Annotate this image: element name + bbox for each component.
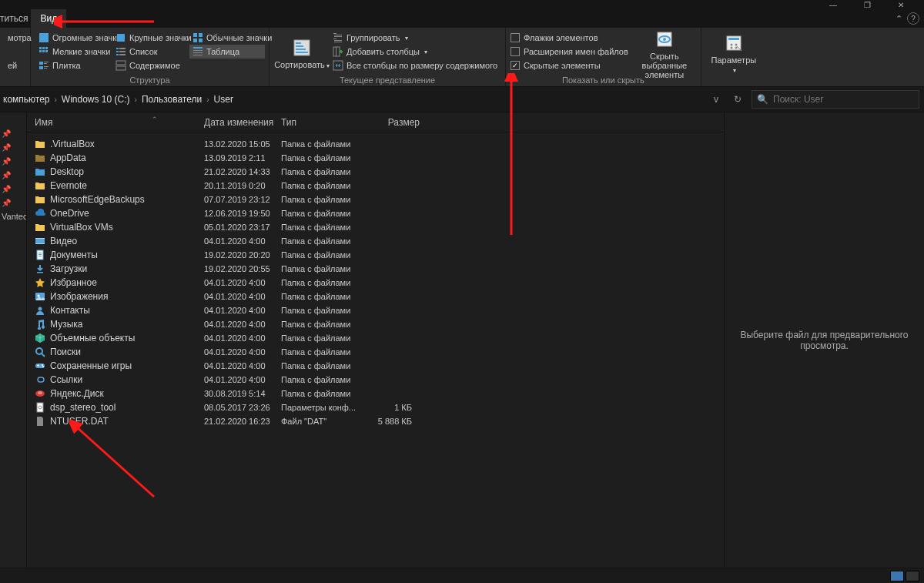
- add-columns-button[interactable]: Добавить столбцы▾: [330, 45, 500, 59]
- breadcrumb-seg-drive[interactable]: Windows 10 (C:): [59, 94, 133, 105]
- file-row[interactable]: Документы19.02.2020 20:20Папка с файлами: [27, 248, 724, 262]
- sidebar-pin[interactable]: 📌: [0, 168, 26, 182]
- preview-placeholder: Выберите файл для предварительного просм…: [740, 330, 909, 351]
- column-name[interactable]: Имя ⌃: [35, 117, 204, 128]
- file-row[interactable]: VirtualBox VMs05.01.2020 23:17Папка с фа…: [27, 220, 724, 234]
- column-date[interactable]: Дата изменения: [204, 117, 281, 128]
- file-row[interactable]: Поиски04.01.2020 4:00Папка с файлами: [27, 345, 724, 359]
- checkbox-item-flags[interactable]: Флажки элементов: [511, 31, 628, 45]
- file-row[interactable]: .VirtualBox13.02.2020 15:05Папка с файла…: [27, 137, 724, 151]
- svg-rect-27: [44, 68, 47, 69]
- sidebar-pin[interactable]: 📌: [0, 154, 26, 168]
- ribbon-tabs: титься Вид ⌃ ?: [0, 9, 924, 28]
- file-row[interactable]: Видео04.01.2020 4:00Папка с файлами: [27, 234, 724, 248]
- file-date: 04.01.2020 4:00: [204, 278, 281, 287]
- breadcrumb-seg-user[interactable]: User: [211, 94, 236, 105]
- sidebar-pin[interactable]: 📌: [0, 196, 26, 209]
- file-row[interactable]: Сохраненные игры04.01.2020 4:00Папка с ф…: [27, 359, 724, 373]
- file-row[interactable]: AppData13.09.2019 2:11Папка с файлами: [27, 151, 724, 165]
- layout-medium-icons[interactable]: Обычные значки: [189, 31, 265, 45]
- autofit-columns-button[interactable]: Все столбцы по размеру содержимого: [330, 59, 500, 72]
- file-row[interactable]: Объемные объекты04.01.2020 4:00Папка с ф…: [27, 331, 724, 345]
- checkbox-hidden-items[interactable]: ✓ Скрытые элементы: [511, 59, 628, 72]
- file-row[interactable]: Музыка04.01.2020 4:00Папка с файлами: [27, 317, 724, 331]
- svg-rect-38: [333, 39, 336, 39]
- breadcrumb[interactable]: компьютер › Windows 10 (C:) › Пользовате…: [0, 90, 702, 109]
- history-dropdown-icon[interactable]: v: [708, 92, 724, 107]
- sidebar-pin[interactable]: 📌: [0, 140, 26, 154]
- sort-button[interactable]: Сортировать▾: [274, 31, 330, 75]
- group-button[interactable]: Группировать▾: [330, 31, 500, 45]
- layout-details[interactable]: Таблица: [189, 45, 265, 59]
- refresh-icon[interactable]: ↻: [730, 92, 745, 107]
- svg-rect-23: [44, 62, 49, 62]
- column-size[interactable]: Размер: [358, 117, 420, 128]
- file-date: 21.02.2020 16:23: [204, 417, 281, 426]
- file-date: 21.02.2020 14:33: [204, 167, 281, 176]
- breadcrumb-seg-users[interactable]: Пользователи: [139, 94, 205, 105]
- file-name: Ссылки: [50, 374, 82, 385]
- file-type: Папка с файлами: [281, 292, 373, 301]
- layout-list[interactable]: Список: [112, 45, 188, 59]
- file-row[interactable]: OneDrive12.06.2019 19:50Папка с файлами: [27, 206, 724, 220]
- layout-extra-large-icons[interactable]: Огромные значки: [35, 31, 111, 45]
- file-date: 20.11.2019 0:20: [204, 181, 281, 190]
- search-icon: [35, 347, 45, 357]
- help-icon[interactable]: ?: [907, 12, 919, 25]
- svg-rect-31: [296, 42, 301, 44]
- layout-tiles[interactable]: Плитка: [35, 59, 111, 72]
- file-name: Поиски: [50, 347, 81, 357]
- sidebar-item-partial[interactable]: Vantec: [0, 209, 26, 223]
- file-row[interactable]: Изображения04.01.2020 4:00Папка с файлам…: [27, 290, 724, 303]
- file-name: Загрузки: [50, 263, 87, 274]
- file-row[interactable]: Evernote20.11.2019 0:20Папка с файлами: [27, 179, 724, 193]
- status-bar: [0, 568, 924, 583]
- file-row[interactable]: MicrosoftEdgeBackups07.07.2019 23:12Папк…: [27, 193, 724, 206]
- svg-rect-0: [39, 33, 49, 42]
- view-mode-thumbnails-icon[interactable]: [906, 571, 919, 581]
- svg-point-66: [42, 364, 43, 366]
- layout-large-icons[interactable]: Крупные значки: [112, 31, 188, 45]
- file-row[interactable]: NTUSER.DAT21.02.2020 16:23Файл "DAT"5 88…: [27, 414, 724, 428]
- sidebar-pin[interactable]: 📌: [0, 182, 26, 196]
- svg-point-52: [735, 47, 737, 49]
- column-type[interactable]: Тип: [281, 117, 358, 128]
- file-row[interactable]: Избранное04.01.2020 4:00Папка с файлами: [27, 276, 724, 290]
- svg-rect-3: [199, 33, 203, 37]
- tab-share[interactable]: титься: [0, 9, 31, 28]
- layout-small-icons[interactable]: Мелкие значки: [35, 45, 111, 59]
- maximize-button[interactable]: ❐: [850, 0, 884, 9]
- file-type: Папка с файлами: [281, 139, 373, 149]
- file-row[interactable]: dsp_stereo_tool08.05.2017 23:26Параметры…: [27, 400, 724, 414]
- layout-content[interactable]: Содержимое: [112, 59, 188, 72]
- content-icon: [116, 60, 126, 71]
- file-row[interactable]: Ссылки04.01.2020 4:00Папка с файлами: [27, 373, 724, 387]
- view-mode-details-icon[interactable]: [890, 571, 904, 581]
- hide-selected-button[interactable]: Скрыть выбранныеэлементы: [633, 31, 696, 75]
- collapse-ribbon-icon[interactable]: ⌃: [896, 14, 902, 24]
- breadcrumb-seg-computer[interactable]: компьютер: [0, 94, 53, 105]
- chevron-right-icon: ›: [133, 95, 139, 104]
- checkbox-file-extensions[interactable]: Расширения имен файлов: [511, 45, 628, 59]
- tiles-icon: [38, 60, 49, 71]
- extra-large-icons-icon: [38, 32, 49, 43]
- tab-view[interactable]: Вид: [31, 9, 66, 28]
- svg-rect-11: [45, 50, 48, 52]
- pane-option-partial-2[interactable]: ей: [5, 59, 25, 72]
- file-date: 19.02.2020 20:20: [204, 250, 281, 260]
- file-row[interactable]: Desktop21.02.2020 14:33Папка с файлами: [27, 165, 724, 179]
- checkbox-checked-icon: ✓: [511, 61, 520, 70]
- pane-option-partial-1[interactable]: мотра: [5, 31, 25, 45]
- close-button[interactable]: ✕: [884, 0, 918, 9]
- file-row[interactable]: Контакты04.01.2020 4:00Папка с файлами: [27, 303, 724, 317]
- file-name: Объемные объекты: [50, 333, 135, 343]
- search-input[interactable]: 🔍 Поиск: User: [752, 90, 919, 109]
- file-row[interactable]: Яндекс.Диск30.08.2019 5:14Папка с файлам…: [27, 387, 724, 400]
- 3d-icon: [35, 333, 45, 343]
- sidebar-pin[interactable]: 📌: [0, 126, 26, 140]
- minimize-button[interactable]: —: [816, 0, 850, 9]
- file-name: .VirtualBox: [50, 139, 95, 149]
- options-button[interactable]: Параметры▾: [706, 31, 762, 75]
- address-bar: компьютер › Windows 10 (C:) › Пользовате…: [0, 86, 924, 112]
- file-row[interactable]: Загрузки19.02.2020 20:55Папка с файлами: [27, 262, 724, 276]
